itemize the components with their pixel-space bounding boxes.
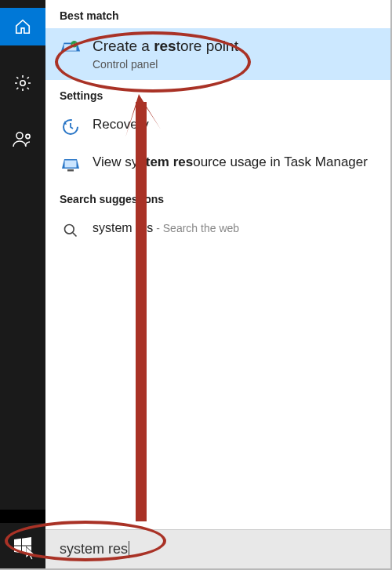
search-results-panel: Best match Create a restore point Contro… [45,0,392,568]
search-input[interactable]: system res [45,529,392,568]
search-categories-sidebar [0,0,45,568]
suggestion-text: system res - Search the web [93,220,378,237]
search-input-value: system res [60,541,128,557]
settings-header: Settings [45,80,392,108]
people-icon [13,130,33,149]
settings-result-taskmanager[interactable]: View system resource usage in Task Manag… [45,146,392,183]
svg-rect-7 [67,169,74,172]
text-cursor [129,541,129,558]
start-button[interactable] [0,523,45,568]
settings-result-recovery[interactable]: Recovery [45,108,392,146]
monitor-icon [60,154,82,176]
search-icon [60,220,82,241]
sidebar-home[interactable] [0,8,45,45]
recovery-icon [60,116,82,138]
result-subtitle: Control panel [93,57,378,72]
result-title: Create a restore point [93,36,378,56]
svg-point-2 [26,134,30,138]
best-match-header: Best match [45,0,392,28]
svg-point-8 [65,224,74,234]
gear-icon [13,74,32,93]
svg-point-4 [71,41,77,47]
cursor-icon [26,546,37,561]
svg-point-1 [16,133,23,139]
restore-point-icon [60,36,82,58]
web-suggestion[interactable]: system res - Search the web [45,212,392,249]
svg-rect-6 [65,160,77,167]
suggestions-header: Search suggestions [45,183,392,212]
svg-line-9 [73,232,77,236]
best-match-result[interactable]: Create a restore point Control panel [45,28,392,80]
svg-point-0 [20,81,25,85]
result-title: View system resource usage in Task Manag… [93,154,378,172]
sidebar-settings[interactable] [0,64,45,102]
home-icon [14,18,31,35]
sidebar-people[interactable] [0,121,45,158]
result-title: Recovery [93,116,378,134]
